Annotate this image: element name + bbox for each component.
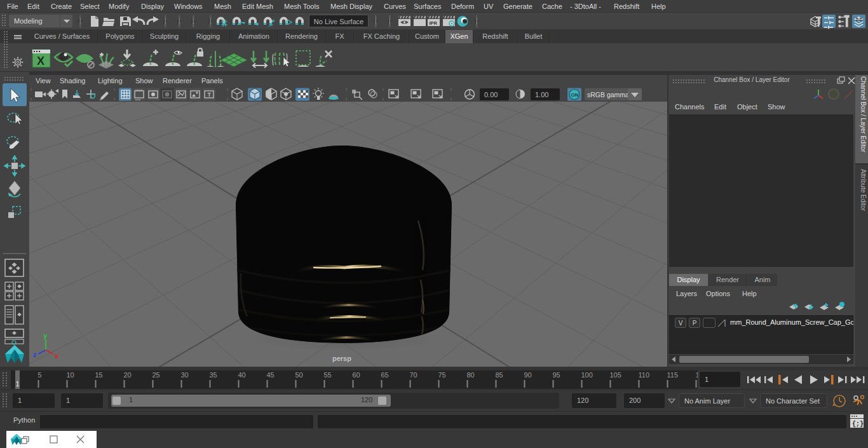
svg-text:1.00: 1.00 [535, 91, 548, 98]
svg-text:{;}: {;} [852, 421, 864, 428]
svg-text:25: 25 [153, 371, 160, 379]
svg-text:90: 90 [524, 371, 532, 379]
svg-text:95: 95 [553, 371, 560, 379]
svg-text:30: 30 [181, 371, 189, 379]
svg-text:y: y [43, 332, 48, 339]
svg-text:65: 65 [381, 371, 389, 379]
svg-text:50: 50 [295, 371, 303, 379]
svg-text:z: z [33, 351, 37, 358]
svg-text:110: 110 [639, 371, 650, 379]
svg-text:persp: persp [332, 355, 351, 362]
svg-text:85: 85 [496, 371, 503, 379]
svg-text:115: 115 [667, 371, 679, 379]
svg-text:80: 80 [467, 371, 475, 379]
svg-text:35: 35 [210, 371, 217, 379]
svg-text:0.00: 0.00 [484, 91, 498, 98]
svg-text:45: 45 [267, 371, 275, 379]
svg-text:120: 120 [696, 371, 698, 379]
svg-text:105: 105 [610, 371, 621, 379]
svg-text:T: T [208, 92, 212, 98]
svg-text:X: X [37, 55, 44, 67]
svg-text:100: 100 [581, 371, 593, 379]
svg-text:IPR: IPR [430, 20, 438, 26]
svg-text:15: 15 [95, 371, 103, 379]
svg-text:x: x [55, 352, 59, 360]
svg-text:ON: ON [571, 92, 579, 98]
svg-text:20: 20 [124, 371, 132, 379]
svg-text:55: 55 [324, 371, 332, 379]
svg-text:5: 5 [38, 371, 42, 379]
svg-text:40: 40 [238, 371, 246, 379]
svg-text:75: 75 [438, 371, 446, 379]
svg-text:60: 60 [353, 371, 360, 379]
svg-text:10: 10 [67, 371, 74, 379]
svg-text:sRGB gamma: sRGB gamma [587, 91, 629, 98]
svg-text:70: 70 [410, 371, 417, 379]
